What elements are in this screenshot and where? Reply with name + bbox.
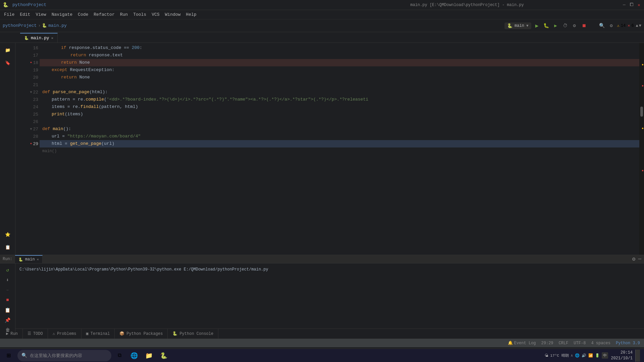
taskbar-explorer-icon[interactable]: 📁 <box>142 349 156 362</box>
gutter-18: ● <box>29 61 33 64</box>
battery-icon: 🔋 <box>595 353 600 358</box>
maximize-btn[interactable]: ⧠ <box>629 3 634 7</box>
run-tab-close[interactable]: ✕ <box>37 257 39 261</box>
windows-logo-icon: ⊞ <box>7 351 11 360</box>
tab-main-py[interactable]: 🐍 main.py ✕ <box>20 33 58 43</box>
run-separator: — <box>3 286 12 294</box>
taskbar-search-text: 在这里输入你要搜索的内容 <box>30 353 82 359</box>
gutter-22[interactable]: ▼ <box>29 90 33 94</box>
bottom-tab-python-packages[interactable]: 📦 Python Packages <box>115 329 168 339</box>
gutter-27[interactable]: ▼ <box>29 127 33 131</box>
breadcrumb: pythonProject › 🐍 main.py <box>3 23 67 28</box>
menu-vcs[interactable]: VCS <box>149 11 162 18</box>
status-language[interactable]: Python 3.9 <box>616 341 640 346</box>
menu-code[interactable]: Code <box>75 11 91 18</box>
menu-refactor[interactable]: Refactor <box>91 11 117 18</box>
menu-navigate[interactable]: Navigate <box>49 11 75 18</box>
minimize-btn[interactable]: — <box>622 3 627 7</box>
code-line-16: if response.status_code == 200: <box>40 44 639 52</box>
bottom-tab-terminal[interactable]: ▣ Terminal <box>82 329 115 339</box>
taskbar-search[interactable]: 🔍 在这里输入你要搜索的内容 <box>17 350 111 361</box>
run-scroll-end-icon[interactable]: ⬇ <box>3 276 12 284</box>
errors-count[interactable]: ✕ 6 <box>628 23 634 28</box>
line-num-24: 24 <box>15 103 40 111</box>
menu-window[interactable]: Window <box>162 11 183 18</box>
line-num-20: 20 <box>15 74 40 81</box>
scrollbar-thumb[interactable] <box>640 107 643 117</box>
bottom-tab-run[interactable]: ▶ Run <box>1 329 23 339</box>
system-clock[interactable]: 20:14 2021/10/1 <box>611 350 633 361</box>
run-stop-icon[interactable]: ■ <box>3 296 12 304</box>
status-encoding[interactable]: UTF-8 <box>574 341 586 346</box>
linenum-24: 24 <box>33 105 38 110</box>
tray-expand-icon[interactable]: ∧ <box>571 353 573 358</box>
linenum-18: 18 <box>33 60 38 65</box>
task-view-button[interactable]: ⧉ <box>113 349 126 362</box>
minimap-marker-err2 <box>642 170 643 171</box>
run-content-wrap: ↺ ⬇ — ■ 📋 📌 🗑 C:\Users\lijin\AppData\Loc… <box>0 263 644 335</box>
sidebar-icon-favorites[interactable]: ⭐ <box>2 229 14 241</box>
nav-down-icon[interactable]: ▼ <box>639 23 641 28</box>
run-button[interactable]: ▶ <box>533 22 541 29</box>
bottom-tab-todo[interactable]: ☰ TODO <box>23 329 48 339</box>
close-btn[interactable]: ✕ <box>637 3 641 7</box>
settings2-button[interactable]: ⚙ <box>608 22 615 29</box>
start-button[interactable]: ⊞ <box>1 350 16 362</box>
taskbar-right: 🌤 17°C 晴朗 ∧ 🌐 🔊 📶 🔋 中 20:14 2021/10/1 <box>545 350 643 362</box>
coverage-button[interactable]: ▶ <box>552 22 559 29</box>
sidebar-icon-bookmark[interactable]: 🔖 <box>2 57 14 69</box>
run-minimize-icon[interactable]: — <box>638 256 641 262</box>
left-sidebar: 📁 🔖 ⭐ 📋 <box>0 43 15 255</box>
run-pin-icon[interactable]: 📌 <box>3 316 12 324</box>
status-line-ending[interactable]: CRLF <box>559 341 569 346</box>
debug-button[interactable]: 🐛 <box>543 22 550 29</box>
run-panel: Run: 🐍 main ✕ ⚙ — ↺ ⬇ — ■ 📋 📌 🗑 C:\Users… <box>0 255 644 328</box>
search-button[interactable]: 🔍 <box>598 22 606 29</box>
bottom-tab-python-console[interactable]: 🐍 Python Console <box>168 329 218 339</box>
run-softcopy-icon[interactable]: 📋 <box>3 306 12 314</box>
sidebar-icon-project[interactable]: 📁 <box>2 44 14 56</box>
warnings-count[interactable]: ⚠ 14 <box>617 23 626 28</box>
code-editor[interactable]: 16 17 ● 18 19 20 <box>15 43 644 255</box>
editor-scrollbar[interactable] <box>639 43 644 255</box>
code-line-27: def main(): <box>40 125 639 133</box>
stop-button[interactable]: ⏹ <box>580 22 588 29</box>
settings-button[interactable]: ⚙ <box>571 22 578 29</box>
menu-view[interactable]: View <box>33 11 49 18</box>
editor-area: 16 17 ● 18 19 20 <box>15 43 644 255</box>
taskbar-pycharm-icon[interactable]: 🐍 <box>157 349 170 362</box>
input-method[interactable]: 中 <box>602 352 608 359</box>
code-line-22: def parse_one_page(html): <box>40 88 639 96</box>
breadcrumb-file[interactable]: main.py <box>48 23 67 28</box>
menu-edit[interactable]: Edit <box>17 11 33 18</box>
status-indent[interactable]: 4 spaces <box>591 341 610 346</box>
run-config-name: main <box>515 23 524 28</box>
breadcrumb-project[interactable]: pythonProject <box>3 23 37 28</box>
taskbar-edge-icon[interactable]: 🌐 <box>127 349 141 362</box>
window-title: main.py [E:\QMDownload\pythonProject] - … <box>312 3 622 7</box>
run-config-selector[interactable]: 🐍 main ▼ <box>504 22 531 29</box>
show-desktop-btn[interactable] <box>635 350 640 362</box>
linenum-19: 19 <box>33 68 38 73</box>
gutter-29: ● <box>29 142 33 145</box>
run-tab-main[interactable]: 🐍 main ✕ <box>15 255 43 263</box>
run-config-dropdown-icon: ▼ <box>526 24 529 28</box>
run-restart-icon[interactable]: ↺ <box>3 265 12 274</box>
profile-button[interactable]: ⏱ <box>561 22 569 29</box>
status-event-log[interactable]: 🔔 Event Log <box>508 341 536 346</box>
bottom-tab-packages-icon: 📦 <box>119 331 124 336</box>
nav-up-icon[interactable]: ▲ <box>636 23 638 28</box>
bottom-tab-problems[interactable]: ⚠ Problems <box>48 329 82 339</box>
editor-container: 📁 🔖 ⭐ 📋 16 17 ● 18 <box>0 43 644 255</box>
tab-close-btn[interactable]: ✕ <box>51 36 54 40</box>
linenum-17: 17 <box>33 53 38 58</box>
run-settings-icon[interactable]: ⚙ <box>632 256 636 262</box>
sidebar-icon-structure[interactable]: 📋 <box>2 241 14 253</box>
menu-file[interactable]: File <box>1 11 17 18</box>
menu-help[interactable]: Help <box>183 11 199 18</box>
menu-tools[interactable]: Tools <box>130 11 149 18</box>
code-line-28: url = "https://maoyan.com/board/4" <box>40 133 639 140</box>
status-position[interactable]: 29:29 <box>541 341 553 346</box>
minimap-marker-err1 <box>642 85 643 86</box>
menu-run[interactable]: Run <box>117 11 130 18</box>
